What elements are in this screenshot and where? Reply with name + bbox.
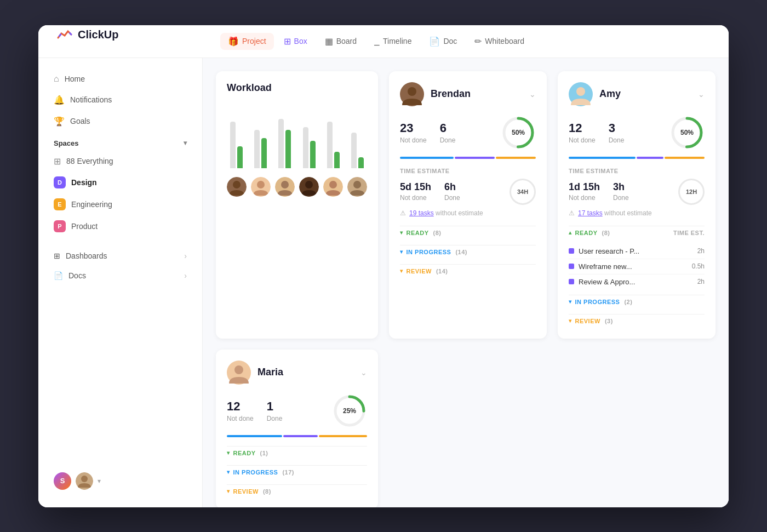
header-logo-space: ClickUp (51, 26, 216, 56)
dashboards-icon: ⊞ (54, 251, 60, 260)
amy-inprogress-header[interactable]: ▾ IN PROGRESS (2) (569, 295, 705, 308)
tab-timeline[interactable]: ⎯ Timeline (367, 33, 419, 49)
bar-green-1 (237, 146, 243, 168)
clickup-logo-icon (56, 26, 73, 43)
everything-label: 88 Everything (66, 157, 113, 165)
amy-stats-row: 12 Not done 3 Done (569, 115, 705, 150)
sidebar-item-everything[interactable]: ⊞ 88 Everything (47, 152, 193, 171)
task-item-2: Wireframe new... 0.5h (569, 259, 705, 274)
tab-whiteboard[interactable]: ✏ Whiteboard (467, 33, 532, 50)
amy-pct-label: 50% (680, 129, 694, 136)
maria-name: Maria (257, 367, 283, 378)
amy-review-header[interactable]: ▾ REVIEW (3) (569, 314, 705, 328)
tab-project[interactable]: 🎁 Project (220, 33, 274, 50)
task-item-3: Review & Appro... 2h (569, 274, 705, 289)
amy-chevron[interactable]: ⌄ (698, 90, 705, 99)
user-avatar-img (76, 472, 93, 490)
brendan-not-done-value: 23 (400, 121, 427, 135)
tab-doc[interactable]: 📄 Doc (421, 33, 465, 50)
amy-time-badge: 12H (678, 179, 705, 205)
task-name-2: Wireframe new... (579, 262, 688, 271)
docs-chevron: › (184, 271, 187, 280)
workload-avatar-2 (251, 177, 271, 197)
workload-avatars (227, 177, 367, 197)
sidebar-item-notifications[interactable]: 🔔 Notifications (47, 90, 193, 110)
design-label: Design (71, 178, 97, 187)
sidebar-item-engineering[interactable]: E Engineering (47, 194, 193, 215)
sidebar-footer: S ▾ (47, 466, 193, 496)
maria-review-header[interactable]: ▾ REVIEW (8) (227, 484, 367, 498)
maria-person-header: Maria (227, 361, 283, 385)
amy-inprogress-chevron: ▾ (569, 299, 572, 305)
maria-review-count: (8) (263, 488, 271, 495)
sidebar-item-dashboards[interactable]: ⊞ Dashboards › (47, 247, 193, 265)
amy-bar-yellow (665, 157, 705, 159)
task-dot-1 (569, 248, 574, 254)
maria-stats-row: 12 Not done 1 Done (227, 393, 367, 428)
brendan-time-row: 5d 15h Not done 6h Done 34H (400, 179, 536, 205)
brendan-not-done: 23 Not done (400, 121, 427, 144)
user-dropdown-icon[interactable]: ▾ (98, 477, 101, 485)
sidebar-item-goals[interactable]: 🏆 Goals (47, 111, 193, 131)
task-item-1: User research - P... 2h (569, 244, 705, 259)
brendan-not-done-time-value: 5d 15h (400, 181, 431, 193)
amy-warning-row: ⚠ 17 tasks without estimate (569, 209, 705, 217)
sidebar-item-product[interactable]: P Product (47, 216, 193, 237)
brendan-ready-count: (8) (433, 230, 442, 236)
sidebar-item-home[interactable]: ⌂ Home (47, 69, 193, 89)
brendan-done: 6 Done (440, 121, 456, 144)
review-chevron: ▾ (400, 268, 403, 274)
brendan-warning-link[interactable]: 19 tasks (409, 209, 434, 217)
maria-ready-count: (1) (260, 450, 268, 456)
amy-time-stats: 12 Not done 3 Done (569, 121, 624, 144)
bar-green-2 (261, 138, 267, 168)
sidebar-item-design[interactable]: D Design (47, 172, 193, 193)
docs-icon: 📄 (54, 271, 63, 280)
bar-container-2 (254, 113, 267, 168)
sidebar-item-docs[interactable]: 📄 Docs › (47, 266, 193, 285)
brendan-inprogress-header[interactable]: ▾ IN PROGRESS (14) (400, 245, 536, 259)
svg-point-1 (81, 476, 88, 482)
amy-inprogress-count: (2) (624, 299, 632, 305)
everything-icon: ⊞ (54, 156, 61, 167)
amy-ready-count: (8) (602, 230, 610, 236)
inprogress-chevron: ▾ (400, 249, 403, 255)
bar-gray-5 (327, 122, 333, 168)
header: ClickUp 🎁 Project ⊞ Box ▦ Board ⎯ Timeli… (38, 25, 729, 58)
user-avatar-secondary (76, 472, 93, 490)
workload-avatar-5 (323, 177, 343, 197)
warning-icon: ⚠ (400, 209, 406, 217)
maria-not-done-label: Not done (227, 415, 254, 422)
bar-green-6 (358, 157, 364, 168)
amy-color-bar (569, 157, 705, 159)
home-icon: ⌂ (54, 74, 59, 84)
brendan-chevron[interactable]: ⌄ (529, 90, 536, 99)
amy-not-done-value: 12 (569, 121, 596, 135)
maria-status-review: ▾ REVIEW (8) (227, 484, 367, 498)
amy-time-values: 1d 15h Not done 3h Done (569, 181, 629, 202)
brendan-stats-row: 23 Not done 6 Done (400, 115, 536, 150)
maria-not-done-value: 12 (227, 399, 254, 414)
maria-inprogress-header[interactable]: ▾ IN PROGRESS (17) (227, 465, 367, 479)
tab-box[interactable]: ⊞ Box (276, 33, 315, 50)
brendan-review-header[interactable]: ▾ REVIEW (14) (400, 264, 536, 278)
brendan-ready-header[interactable]: ▾ READY (8) (400, 226, 536, 239)
maria-status-ready: ▾ READY (1) (227, 446, 367, 460)
svg-point-23 (234, 365, 243, 374)
bar-gray-6 (351, 133, 357, 168)
amy-warning-link[interactable]: 17 tasks (578, 209, 603, 217)
maria-done: 1 Done (267, 399, 283, 422)
amy-not-done-time: 1d 15h Not done (569, 181, 600, 202)
tab-board[interactable]: ▦ Board (317, 33, 364, 50)
maria-chevron[interactable]: ⌄ (360, 368, 367, 377)
logo: ClickUp (51, 26, 216, 43)
brendan-status-inprogress: ▾ IN PROGRESS (14) (400, 245, 536, 259)
brendan-status-review: ▾ REVIEW (14) (400, 264, 536, 278)
maria-ready-header[interactable]: ▾ READY (1) (227, 446, 367, 460)
brendan-not-done-time: 5d 15h Not done (400, 181, 431, 202)
amy-ready-header[interactable]: ▴ READY (8) TIME EST. (569, 226, 705, 239)
amy-status-inprogress: ▾ IN PROGRESS (2) (569, 295, 705, 308)
spaces-section-header[interactable]: Spaces ▾ (47, 133, 193, 152)
workload-avatar-6 (347, 177, 367, 197)
bar-container-4 (303, 113, 316, 168)
